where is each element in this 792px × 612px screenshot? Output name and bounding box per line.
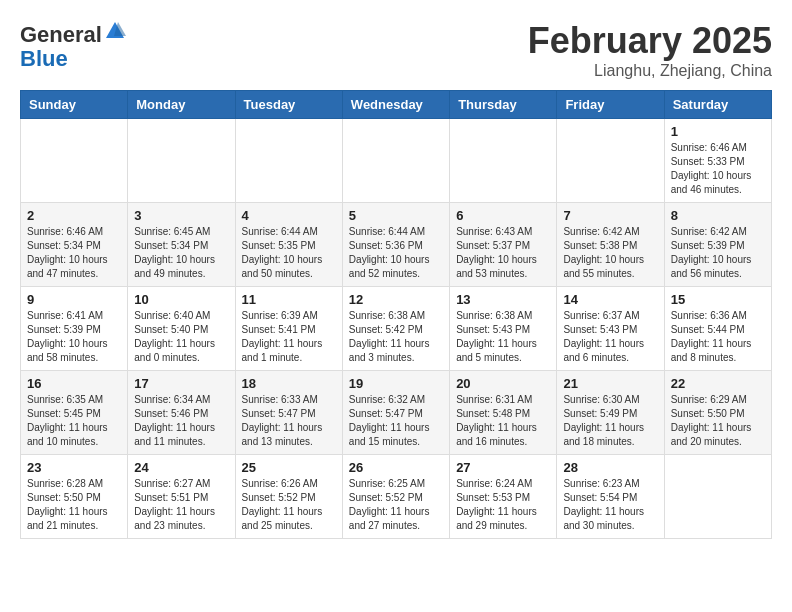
day-info: Sunrise: 6:26 AM Sunset: 5:52 PM Dayligh…	[242, 477, 336, 533]
day-info: Sunrise: 6:23 AM Sunset: 5:54 PM Dayligh…	[563, 477, 657, 533]
day-cell: 26Sunrise: 6:25 AM Sunset: 5:52 PM Dayli…	[342, 455, 449, 539]
day-info: Sunrise: 6:46 AM Sunset: 5:34 PM Dayligh…	[27, 225, 121, 281]
weekday-header-friday: Friday	[557, 91, 664, 119]
weekday-header-sunday: Sunday	[21, 91, 128, 119]
day-info: Sunrise: 6:42 AM Sunset: 5:38 PM Dayligh…	[563, 225, 657, 281]
day-cell: 7Sunrise: 6:42 AM Sunset: 5:38 PM Daylig…	[557, 203, 664, 287]
logo-general-text: General	[20, 22, 102, 47]
day-number: 26	[349, 460, 443, 475]
day-number: 10	[134, 292, 228, 307]
day-cell	[557, 119, 664, 203]
day-cell: 11Sunrise: 6:39 AM Sunset: 5:41 PM Dayli…	[235, 287, 342, 371]
day-cell	[21, 119, 128, 203]
week-row-0: 1Sunrise: 6:46 AM Sunset: 5:33 PM Daylig…	[21, 119, 772, 203]
day-info: Sunrise: 6:33 AM Sunset: 5:47 PM Dayligh…	[242, 393, 336, 449]
week-row-2: 9Sunrise: 6:41 AM Sunset: 5:39 PM Daylig…	[21, 287, 772, 371]
day-info: Sunrise: 6:35 AM Sunset: 5:45 PM Dayligh…	[27, 393, 121, 449]
day-cell: 4Sunrise: 6:44 AM Sunset: 5:35 PM Daylig…	[235, 203, 342, 287]
day-cell: 24Sunrise: 6:27 AM Sunset: 5:51 PM Dayli…	[128, 455, 235, 539]
day-cell	[128, 119, 235, 203]
day-number: 18	[242, 376, 336, 391]
week-row-3: 16Sunrise: 6:35 AM Sunset: 5:45 PM Dayli…	[21, 371, 772, 455]
title-area: February 2025 Lianghu, Zhejiang, China	[528, 20, 772, 80]
day-cell: 5Sunrise: 6:44 AM Sunset: 5:36 PM Daylig…	[342, 203, 449, 287]
day-info: Sunrise: 6:41 AM Sunset: 5:39 PM Dayligh…	[27, 309, 121, 365]
day-cell: 28Sunrise: 6:23 AM Sunset: 5:54 PM Dayli…	[557, 455, 664, 539]
day-cell: 10Sunrise: 6:40 AM Sunset: 5:40 PM Dayli…	[128, 287, 235, 371]
day-number: 9	[27, 292, 121, 307]
day-info: Sunrise: 6:44 AM Sunset: 5:36 PM Dayligh…	[349, 225, 443, 281]
day-info: Sunrise: 6:45 AM Sunset: 5:34 PM Dayligh…	[134, 225, 228, 281]
day-info: Sunrise: 6:30 AM Sunset: 5:49 PM Dayligh…	[563, 393, 657, 449]
day-cell: 1Sunrise: 6:46 AM Sunset: 5:33 PM Daylig…	[664, 119, 771, 203]
month-title: February 2025	[528, 20, 772, 62]
day-cell	[235, 119, 342, 203]
day-info: Sunrise: 6:37 AM Sunset: 5:43 PM Dayligh…	[563, 309, 657, 365]
logo: General Blue	[20, 20, 126, 71]
day-cell: 22Sunrise: 6:29 AM Sunset: 5:50 PM Dayli…	[664, 371, 771, 455]
day-number: 24	[134, 460, 228, 475]
day-info: Sunrise: 6:42 AM Sunset: 5:39 PM Dayligh…	[671, 225, 765, 281]
calendar: SundayMondayTuesdayWednesdayThursdayFrid…	[20, 90, 772, 539]
weekday-header-wednesday: Wednesday	[342, 91, 449, 119]
day-number: 23	[27, 460, 121, 475]
day-info: Sunrise: 6:29 AM Sunset: 5:50 PM Dayligh…	[671, 393, 765, 449]
day-cell: 6Sunrise: 6:43 AM Sunset: 5:37 PM Daylig…	[450, 203, 557, 287]
day-number: 12	[349, 292, 443, 307]
day-info: Sunrise: 6:38 AM Sunset: 5:43 PM Dayligh…	[456, 309, 550, 365]
day-cell	[450, 119, 557, 203]
day-cell: 3Sunrise: 6:45 AM Sunset: 5:34 PM Daylig…	[128, 203, 235, 287]
day-number: 16	[27, 376, 121, 391]
day-number: 2	[27, 208, 121, 223]
day-cell	[664, 455, 771, 539]
location-title: Lianghu, Zhejiang, China	[528, 62, 772, 80]
week-row-1: 2Sunrise: 6:46 AM Sunset: 5:34 PM Daylig…	[21, 203, 772, 287]
day-number: 14	[563, 292, 657, 307]
day-info: Sunrise: 6:31 AM Sunset: 5:48 PM Dayligh…	[456, 393, 550, 449]
weekday-header-row: SundayMondayTuesdayWednesdayThursdayFrid…	[21, 91, 772, 119]
day-cell: 20Sunrise: 6:31 AM Sunset: 5:48 PM Dayli…	[450, 371, 557, 455]
weekday-header-saturday: Saturday	[664, 91, 771, 119]
day-number: 13	[456, 292, 550, 307]
day-info: Sunrise: 6:25 AM Sunset: 5:52 PM Dayligh…	[349, 477, 443, 533]
day-info: Sunrise: 6:32 AM Sunset: 5:47 PM Dayligh…	[349, 393, 443, 449]
day-number: 3	[134, 208, 228, 223]
day-info: Sunrise: 6:43 AM Sunset: 5:37 PM Dayligh…	[456, 225, 550, 281]
day-info: Sunrise: 6:44 AM Sunset: 5:35 PM Dayligh…	[242, 225, 336, 281]
weekday-header-monday: Monday	[128, 91, 235, 119]
day-number: 22	[671, 376, 765, 391]
day-info: Sunrise: 6:34 AM Sunset: 5:46 PM Dayligh…	[134, 393, 228, 449]
logo-icon	[104, 20, 126, 42]
day-number: 5	[349, 208, 443, 223]
day-number: 11	[242, 292, 336, 307]
week-row-4: 23Sunrise: 6:28 AM Sunset: 5:50 PM Dayli…	[21, 455, 772, 539]
day-number: 6	[456, 208, 550, 223]
day-cell: 16Sunrise: 6:35 AM Sunset: 5:45 PM Dayli…	[21, 371, 128, 455]
day-cell: 25Sunrise: 6:26 AM Sunset: 5:52 PM Dayli…	[235, 455, 342, 539]
day-number: 25	[242, 460, 336, 475]
day-cell: 12Sunrise: 6:38 AM Sunset: 5:42 PM Dayli…	[342, 287, 449, 371]
day-number: 4	[242, 208, 336, 223]
day-info: Sunrise: 6:36 AM Sunset: 5:44 PM Dayligh…	[671, 309, 765, 365]
day-number: 21	[563, 376, 657, 391]
day-number: 8	[671, 208, 765, 223]
day-cell: 27Sunrise: 6:24 AM Sunset: 5:53 PM Dayli…	[450, 455, 557, 539]
day-cell: 13Sunrise: 6:38 AM Sunset: 5:43 PM Dayli…	[450, 287, 557, 371]
day-cell: 9Sunrise: 6:41 AM Sunset: 5:39 PM Daylig…	[21, 287, 128, 371]
day-info: Sunrise: 6:40 AM Sunset: 5:40 PM Dayligh…	[134, 309, 228, 365]
day-cell: 23Sunrise: 6:28 AM Sunset: 5:50 PM Dayli…	[21, 455, 128, 539]
day-info: Sunrise: 6:28 AM Sunset: 5:50 PM Dayligh…	[27, 477, 121, 533]
logo-blue-text: Blue	[20, 46, 68, 71]
day-cell: 2Sunrise: 6:46 AM Sunset: 5:34 PM Daylig…	[21, 203, 128, 287]
day-info: Sunrise: 6:38 AM Sunset: 5:42 PM Dayligh…	[349, 309, 443, 365]
header: General Blue February 2025 Lianghu, Zhej…	[20, 20, 772, 80]
day-cell: 14Sunrise: 6:37 AM Sunset: 5:43 PM Dayli…	[557, 287, 664, 371]
day-info: Sunrise: 6:27 AM Sunset: 5:51 PM Dayligh…	[134, 477, 228, 533]
day-cell: 19Sunrise: 6:32 AM Sunset: 5:47 PM Dayli…	[342, 371, 449, 455]
day-cell: 21Sunrise: 6:30 AM Sunset: 5:49 PM Dayli…	[557, 371, 664, 455]
weekday-header-thursday: Thursday	[450, 91, 557, 119]
day-number: 19	[349, 376, 443, 391]
day-number: 17	[134, 376, 228, 391]
day-number: 1	[671, 124, 765, 139]
day-number: 20	[456, 376, 550, 391]
